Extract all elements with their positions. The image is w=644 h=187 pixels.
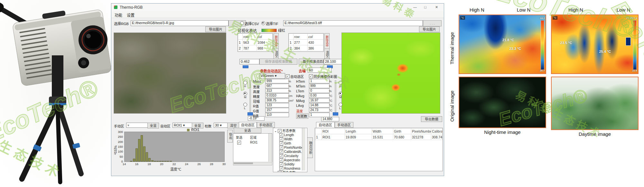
param-value-input[interactable]: 313 [265,89,289,93]
param-value-input[interactable]: 24.73 [309,108,330,112]
param-value-input[interactable]: 0.00 [309,93,330,98]
tree-item-checkbox[interactable]: ✓ [279,158,283,162]
delete-selected-button-1[interactable]: 删除选中 [274,33,279,49]
histogram-plot[interactable] [124,132,225,162]
param-value-input[interactable]: 1 [309,79,330,83]
param-value-input[interactable]: 308.75 [265,98,289,103]
param-value-input[interactable]: 999 [265,79,289,83]
param-value-input[interactable]: 16.97 [309,98,330,103]
calibration-points-table-2[interactable]: rowcol 1277430 2384386 [288,33,324,52]
right-range-slider-handle[interactable] [333,112,338,116]
hml-radio-l[interactable] [339,103,342,107]
table-row[interactable]: 2384386 [289,45,323,51]
left-range-slider-handle[interactable] [247,112,253,116]
tif-path-input[interactable]: E:/thermoRGB/test/3.tiff [283,20,423,26]
export-right-image-button[interactable]: 导出图片 [419,26,440,32]
tab-auto-region-mid[interactable]: 自动选区 [239,122,257,128]
tree-item-checkbox[interactable]: ✓ [279,163,283,166]
export-data-button[interactable]: 导出数据 [421,116,442,122]
param-value-input[interactable]: 0.0310 [265,93,289,98]
export-left-image-button[interactable]: 导出图片 [205,26,226,32]
csv-radio-label[interactable]: 选择CSV [245,21,259,26]
manual-region-dropdown[interactable]: ▾ [126,123,149,128]
roi-list-hscrollbar[interactable] [233,162,272,165]
param-value-input[interactable]: 110 [265,113,289,117]
right-range-slider-track[interactable] [335,80,336,114]
close-icon[interactable]: ✕ [435,5,438,9]
minimize-icon[interactable]: — [413,5,417,9]
rgb-image-view[interactable] [114,33,226,114]
autoselect-checkbox[interactable]: ✓ [286,74,290,78]
show-all-manual-button[interactable]: 全显 [147,123,159,128]
tree-item-checkbox[interactable]: ✓ [279,154,283,158]
tif-radio[interactable] [261,21,265,25]
hml-radio-m[interactable] [243,92,247,96]
select-all-button[interactable]: 全选 [234,128,261,133]
menu-settings[interactable]: 设置 [127,12,135,18]
thermal-pseudocolor-view[interactable] [341,33,440,114]
result-table[interactable]: ROI Length Width Girth PixelsNumber Cali… [315,128,443,171]
calib-low-slider-handle[interactable] [243,65,248,68]
right-slider-value[interactable]: 14.880 [321,117,339,121]
param-value-input[interactable]: 0 [309,89,330,93]
table-row[interactable]: 2787988 [238,45,273,51]
clear-button-1[interactable]: 清空 [274,49,279,60]
tree-group[interactable]: ⌄ ✓ 颜色参数 [274,171,307,172]
tree-item-checkbox[interactable]: ✓ [279,137,283,141]
tree-item-checkbox[interactable]: ✓ [279,133,283,137]
tif-browse-button[interactable]: . . . [423,20,442,26]
delete-selected-button-2[interactable]: 删除选中 [324,33,330,49]
param-label: LAvg [296,104,304,108]
left-range-slider-track[interactable] [249,80,251,114]
clear-button-2[interactable]: 清空 [324,49,330,60]
denoise-input[interactable]: 60 [308,68,331,73]
title-bar[interactable]: Thermo-RGB — □ ✕ [111,4,444,12]
tree-item-checkbox[interactable]: ✓ [279,150,283,154]
tree-item-checkbox[interactable]: ✓ [279,167,283,171]
calib-low-value-input[interactable]: 0.462 [239,59,259,64]
maximize-icon[interactable]: □ [424,5,426,9]
autoselect-checkbox-label[interactable]: 自动选区 [290,74,304,79]
menu-function[interactable]: 功能 [115,12,122,18]
roi-list-box[interactable]: 复选 区域 ✓ ROI1 [233,133,272,162]
tab-manual-region-result[interactable]: 手动选区 [335,122,353,128]
hml-radio-h[interactable] [339,81,342,85]
param-value-input[interactable]: 687 [265,84,289,88]
calibration-points-table-1[interactable]: rowcol 15631084 2787988 [238,33,273,52]
tree-item-checkbox[interactable]: ✓ [279,146,283,150]
fusion-analysis-button[interactable]: 融合分析 [307,137,313,158]
tif-radio-label[interactable]: 选择TIF [266,21,278,26]
table-row[interactable]: 1277430 [289,40,323,45]
sync-mask-checkbox-label[interactable]: 同步掩模伪彩图 [313,74,337,79]
auto-region-dropdown[interactable]: ROI1 ▾ [173,123,193,128]
vi-dropdown[interactable]: VIGreen ▾ [259,73,285,79]
table-row[interactable]: 15631084 [238,40,273,45]
csv-radio[interactable] [240,21,244,25]
tab-manual-region-mid[interactable]: 手动选区 [257,122,275,128]
param-value-input[interactable]: 999 [309,84,330,88]
hml-radio-h[interactable] [243,81,247,85]
tree-item-checkbox[interactable]: ✓ [279,142,283,145]
colormap-label[interactable]: 绿红 [278,28,285,33]
param-value-input[interactable]: 14.88 [309,103,330,108]
tree-vscrollbar[interactable] [302,128,305,171]
tab-auto-region-result[interactable]: 自动选区 [316,122,335,128]
col-row: row [243,34,257,40]
param-value-input[interactable]: 123 [265,103,289,108]
roi-list-vscrollbar[interactable] [268,134,272,162]
param-label: G值 [253,108,259,113]
bins-dropdown[interactable]: 30 ▾ [214,123,229,128]
param-value-input[interactable]: 1 [309,113,330,117]
sync-mask-checkbox[interactable]: ✓ [309,74,313,78]
result-row[interactable]: 1ROI119.809 15.53170.680321278308.748 [315,134,443,140]
calib-high-value-input[interactable]: 28.100 [324,59,342,64]
roi-row-checkbox[interactable]: ✓ [237,141,241,145]
hml-radio-l[interactable] [243,103,247,107]
hml-radio-m[interactable] [339,92,342,96]
save-calibration-button[interactable]: 保存该组校准数据 [259,59,297,65]
export-histogram-button[interactable]: 导出 [227,130,233,143]
tree-group-checkbox[interactable]: ✓ [278,171,282,172]
param-value-input[interactable]: 157 [265,108,289,112]
tree-group-checkbox[interactable]: ✓ [278,129,282,133]
rgb-path-input[interactable]: E:/thermoRGB/test/3-R.jpg [131,20,229,26]
